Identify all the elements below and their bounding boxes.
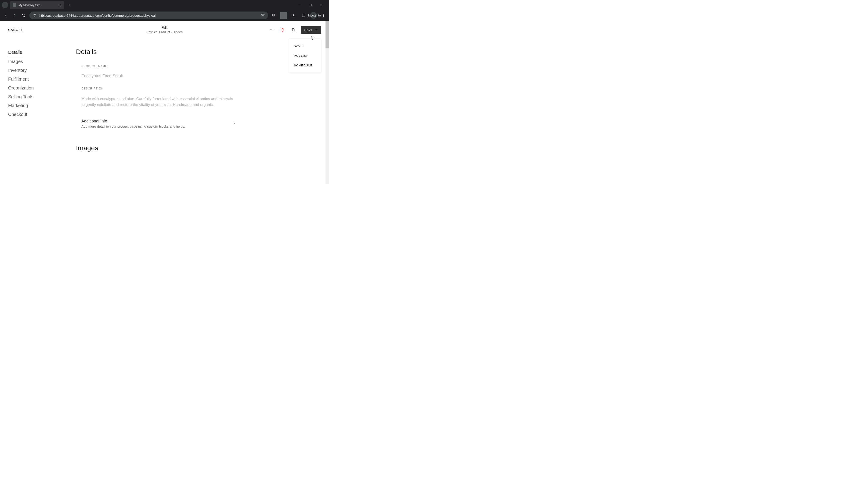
description-label: DESCRIPTION [81, 87, 239, 90]
save-button-label: SAVE [304, 28, 313, 32]
header-title-block: Edit Physical Product · Hidden [147, 26, 183, 34]
bookmark-button[interactable] [261, 13, 265, 18]
url-bar[interactable]: hibiscus-seabass-6444.squarespace.com/co… [29, 11, 268, 19]
favicon-icon [13, 3, 16, 7]
side-nav: Details Images Inventory Fulfillment Org… [8, 39, 76, 161]
product-name-input[interactable]: Eucalyptus Face Scrub [79, 72, 241, 80]
header-actions: SAVE [269, 26, 321, 34]
reading-list-button[interactable] [300, 12, 307, 19]
sidepanel-icon [302, 13, 306, 18]
svg-point-1 [35, 14, 36, 15]
editor-header: CANCEL Edit Physical Product · Hidden SA… [0, 21, 329, 39]
star-icon [261, 13, 265, 17]
svg-point-10 [272, 30, 272, 30]
tab-search-button[interactable] [2, 2, 8, 8]
svg-rect-0 [310, 4, 311, 6]
browser-tab[interactable]: My Moodjoy Site [10, 1, 64, 9]
window-controls [297, 2, 327, 8]
download-icon [291, 13, 296, 18]
svg-rect-3 [302, 14, 305, 17]
header-subtitle: Physical Product · Hidden [147, 30, 183, 34]
maximize-button[interactable] [307, 2, 314, 8]
sidebar-item-details[interactable]: Details [8, 48, 22, 57]
chevron-right-icon [233, 122, 236, 125]
save-dropdown: SAVE PUBLISH SCHEDULE [289, 39, 321, 72]
reload-icon [22, 13, 26, 18]
sidebar-item-marketing[interactable]: Marketing [8, 101, 76, 110]
dropdown-publish[interactable]: PUBLISH [289, 51, 321, 61]
plus-icon [68, 3, 71, 6]
scrollbar-thumb[interactable] [326, 21, 329, 48]
svg-point-7 [323, 15, 324, 15]
sidebar-item-organization[interactable]: Organization [8, 84, 76, 92]
browser-chrome: My Moodjoy Site hibiscus-seabass- [0, 0, 329, 21]
cancel-button[interactable]: CANCEL [8, 28, 23, 32]
close-icon [320, 3, 323, 6]
svg-point-11 [273, 30, 274, 30]
editor-body: Details Images Inventory Fulfillment Org… [0, 39, 329, 161]
sidebar-item-checkout[interactable]: Checkout [8, 110, 76, 119]
svg-point-2 [34, 16, 35, 17]
duplicate-button[interactable] [290, 27, 297, 33]
close-window-button[interactable] [318, 2, 324, 8]
svg-point-8 [323, 16, 324, 17]
chevron-down-icon [4, 4, 6, 6]
forward-button[interactable] [11, 12, 18, 19]
scrollbar[interactable] [326, 21, 329, 184]
duplicate-icon [291, 28, 296, 32]
site-settings-button[interactable] [33, 13, 37, 18]
minimize-icon [298, 3, 301, 6]
tab-title: My Moodjoy Site [19, 3, 56, 7]
minimize-button[interactable] [297, 2, 303, 8]
arrow-right-icon [13, 13, 17, 18]
incognito-label: Incognito [308, 13, 321, 17]
new-tab-button[interactable] [66, 2, 72, 8]
reload-button[interactable] [20, 12, 27, 19]
additional-info-text: Additional Info Add more detail to your … [81, 119, 185, 128]
product-name-label: PRODUCT NAME [81, 65, 239, 68]
additional-info-title: Additional Info [81, 119, 185, 124]
downloads-button[interactable] [290, 12, 297, 19]
more-button[interactable] [269, 27, 275, 33]
url-bar-row: hibiscus-seabass-6444.squarespace.com/co… [0, 10, 329, 21]
delete-button[interactable] [279, 27, 286, 33]
chevron-down-icon [315, 29, 318, 31]
extensions-button[interactable] [270, 12, 277, 19]
sidebar-item-images[interactable]: Images [8, 57, 76, 66]
divider [280, 12, 287, 19]
sidebar-item-selling-tools[interactable]: Selling Tools [8, 92, 76, 101]
details-heading: Details [76, 48, 239, 56]
extensions-icon [272, 13, 276, 18]
trash-icon [280, 28, 285, 32]
more-horizontal-icon [270, 28, 274, 32]
toolbar-right: Incognito [270, 12, 327, 19]
kebab-icon [322, 13, 325, 17]
svg-point-9 [270, 30, 271, 30]
svg-rect-12 [293, 29, 295, 31]
svg-point-6 [323, 14, 324, 14]
additional-info-row[interactable]: Additional Info Add more detail to your … [79, 117, 239, 131]
app-content: CANCEL Edit Physical Product · Hidden SA… [0, 21, 329, 184]
sidebar-item-fulfillment[interactable]: Fulfillment [8, 75, 76, 84]
additional-info-subtitle: Add more detail to your product page usi… [81, 125, 185, 128]
tab-close-button[interactable] [58, 3, 61, 7]
url-text: hibiscus-seabass-6444.squarespace.com/co… [39, 13, 156, 18]
main-panel: Details PRODUCT NAME Eucalyptus Face Scr… [76, 39, 239, 161]
browser-menu-button[interactable] [320, 12, 327, 19]
close-icon [58, 4, 61, 6]
tab-bar: My Moodjoy Site [0, 0, 329, 10]
header-title: Edit [147, 26, 183, 30]
save-button[interactable]: SAVE [301, 26, 321, 34]
tune-icon [33, 13, 37, 17]
description-input[interactable]: Made with eucalyptus and aloe. Carefully… [79, 94, 239, 110]
sidebar-item-inventory[interactable]: Inventory [8, 66, 76, 75]
images-heading: Images [76, 144, 239, 152]
arrow-left-icon [4, 13, 8, 18]
dropdown-schedule[interactable]: SCHEDULE [289, 61, 321, 70]
incognito-indicator[interactable]: Incognito [310, 12, 317, 19]
dropdown-save[interactable]: SAVE [289, 41, 321, 51]
maximize-icon [309, 4, 312, 6]
back-button[interactable] [2, 12, 9, 19]
